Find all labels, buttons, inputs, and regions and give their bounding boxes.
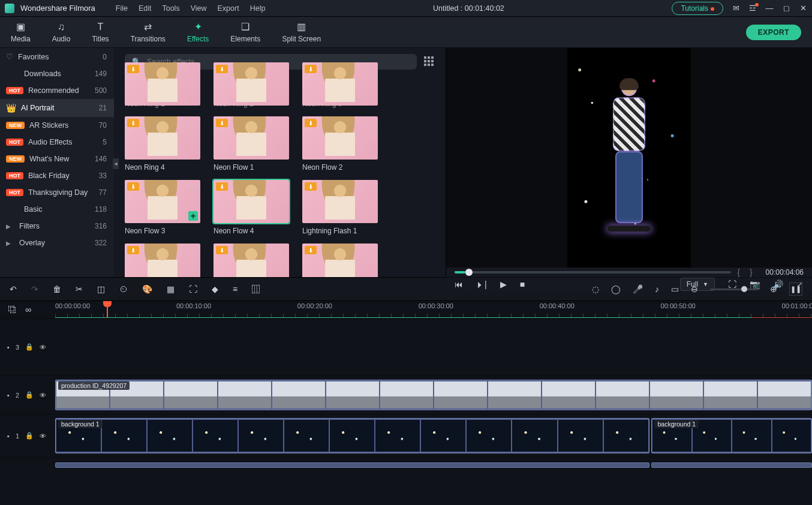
inbox-icon[interactable]: ✉	[732, 4, 740, 13]
effect-neon-ring-3[interactable]: ⬇Neon Ring 3	[302, 62, 378, 108]
delete-button[interactable]: 🗑	[53, 284, 61, 294]
effect-thumbnail[interactable]: ⬇	[302, 62, 378, 106]
lock-icon[interactable]: 🔒	[25, 391, 34, 399]
effect-thumbnail[interactable]: ⬇	[213, 116, 289, 160]
effect-thumbnail[interactable]: ⬇	[213, 62, 289, 106]
effect-neon-flow-1[interactable]: ⬇Neon Flow 1	[213, 116, 289, 172]
effect-neon-ring-1[interactable]: ⬇Neon Ring 1	[125, 62, 200, 108]
play-button[interactable]: ▶	[500, 279, 507, 289]
track-head-2[interactable]: ▪2🔒👁	[0, 375, 55, 414]
timeline-tracks[interactable]: production ID_4929207 ✦ background 1 bac…	[55, 318, 812, 505]
tab-audio[interactable]: ♫Audio	[52, 22, 71, 43]
frame-forward-button[interactable]: ⏵|	[476, 279, 487, 289]
copy-tracks-icon[interactable]: ⿻	[8, 305, 17, 314]
track-head-1[interactable]: ▪1🔒👁	[0, 414, 55, 457]
clip-production[interactable]: production ID_4929207 ✦	[55, 380, 812, 410]
lock-icon[interactable]: 🔒	[25, 343, 34, 351]
lock-icon[interactable]: 🔒	[25, 432, 34, 440]
menu-view[interactable]: View	[191, 4, 207, 13]
split-button[interactable]: ✂	[76, 284, 83, 294]
menu-help[interactable]: Help	[250, 4, 266, 13]
tasks-icon[interactable]: ☲	[748, 4, 757, 13]
voiceover-button[interactable]: 🎤	[633, 284, 643, 294]
sidebar-item-basic[interactable]: Basic118	[0, 201, 114, 218]
keyframe-button[interactable]: ◆	[212, 284, 218, 294]
zoom-slider[interactable]	[710, 288, 758, 290]
menu-edit[interactable]: Edit	[139, 4, 152, 13]
step-back-button[interactable]: ⏮	[455, 279, 463, 289]
effect-neon-ring-2[interactable]: ⬇Neon Ring 2	[213, 62, 289, 108]
stop-button[interactable]: ■	[520, 279, 525, 289]
sidebar-item-ar-stickers[interactable]: NEWAR Stickers70	[0, 117, 114, 134]
aspect-button[interactable]: ▭	[671, 284, 679, 294]
greenscreen-button[interactable]: ▦	[167, 284, 175, 294]
effects-grid[interactable]: ⬇Neon Ring 1⬇Neon Ring 2⬇Neon Ring 3⬇Neo…	[125, 62, 435, 277]
sidebar-collapse-handle[interactable]: ◄	[113, 158, 119, 169]
audio-clip-b[interactable]	[651, 462, 812, 468]
effect-neon-flow-3[interactable]: ⬇♡+Neon Flow 3	[125, 180, 200, 235]
sidebar-item-audio-effects[interactable]: HOTAudio Effects5	[0, 134, 114, 151]
effect-thumbnail[interactable]: ⬇	[302, 116, 378, 160]
audio-wave-button[interactable]: ⿲	[252, 284, 260, 294]
effect-thumbnail[interactable]: ⬇	[125, 62, 200, 106]
effect-thumbnail[interactable]: ⬇	[125, 244, 200, 277]
favorite-icon[interactable]: ♡	[190, 184, 197, 193]
eye-icon[interactable]: 👁	[40, 344, 46, 351]
menu-export[interactable]: Export	[218, 4, 239, 13]
preview-canvas[interactable]	[446, 48, 812, 267]
tab-media[interactable]: ▣Media	[11, 22, 31, 43]
effect-neon-ring-4[interactable]: ⬇Neon Ring 4	[125, 116, 200, 172]
mark-in-out-icon[interactable]: { }	[737, 267, 756, 277]
tab-elements[interactable]: ❏Elements	[230, 22, 260, 43]
sidebar-item-recommended[interactable]: HOTRecommended500	[0, 82, 114, 99]
effect-lightning-flash-3[interactable]: ⬇Lightning Flash 3	[213, 244, 289, 277]
undo-button[interactable]: ↶	[10, 284, 17, 294]
sidebar-item-overlay[interactable]: ▶Overlay322	[0, 235, 114, 251]
tab-split-screen[interactable]: ▥Split Screen	[282, 22, 321, 43]
tutorials-button[interactable]: Tutorials	[672, 2, 723, 15]
color-button[interactable]: 🎨	[142, 284, 152, 294]
playhead[interactable]	[107, 301, 108, 318]
render-pause-button[interactable]: ❚❚	[789, 282, 802, 296]
effect-lightning-flash-4[interactable]: ⬇Lightning Flash 4	[302, 244, 378, 277]
effect-thumbnail[interactable]: ⬇	[125, 116, 200, 160]
link-tracks-icon[interactable]: ∞	[25, 305, 31, 314]
audio-mixer-button[interactable]: ♪	[655, 284, 659, 294]
redo-button[interactable]: ↷	[31, 284, 38, 294]
menu-file[interactable]: File	[116, 4, 128, 13]
effect-thumbnail[interactable]: ⬇	[302, 180, 378, 223]
effect-neon-flow-4[interactable]: ⬇Neon Flow 4	[213, 180, 289, 235]
sidebar-item-favorites[interactable]: ♡Favorites0	[0, 48, 114, 65]
add-effect-button[interactable]: +	[188, 211, 198, 221]
timeline-ruler[interactable]: 00:00:00:0000:00:10:0000:00:20:0000:00:3…	[55, 301, 812, 318]
effect-neon-flow-2[interactable]: ⬇Neon Flow 2	[302, 116, 378, 172]
seek-bar[interactable]	[455, 271, 731, 273]
track-head-audio[interactable]	[0, 457, 55, 473]
window-close-icon[interactable]: ✕	[799, 4, 807, 13]
effect-thumbnail[interactable]: ⬇	[302, 244, 378, 277]
crop-button[interactable]: ◫	[97, 284, 105, 294]
sidebar-item-what-s-new[interactable]: NEWWhat's New146	[0, 151, 114, 167]
track-head-3[interactable]: ▪3🔒👁	[0, 318, 55, 375]
clip-background-1a[interactable]: background 1	[55, 418, 649, 453]
window-minimize-icon[interactable]: ―	[765, 4, 774, 13]
tab-effects[interactable]: ✦Effects	[187, 22, 209, 43]
tab-titles[interactable]: TTitles	[92, 22, 109, 43]
render-button[interactable]: ◌	[592, 284, 599, 294]
zoom-in-button[interactable]: ⊕	[770, 284, 777, 294]
sidebar-item-downloads[interactable]: Downloads149	[0, 65, 114, 82]
export-button[interactable]: EXPORT	[746, 25, 801, 40]
sidebar-item-black-friday[interactable]: HOTBlack Friday33	[0, 167, 114, 184]
effect-thumbnail[interactable]: ⬇	[213, 180, 289, 223]
effects-category-sidebar[interactable]: ♡Favorites0Downloads149HOTRecommended500…	[0, 48, 114, 277]
effect-lightning-flash-1[interactable]: ⬇Lightning Flash 1	[302, 180, 378, 235]
effect-thumbnail[interactable]: ⬇♡+	[125, 180, 200, 223]
tab-transitions[interactable]: ⇄Transitions	[131, 22, 166, 43]
clip-background-1b[interactable]: background 1	[651, 418, 812, 453]
eye-icon[interactable]: 👁	[40, 432, 46, 440]
audio-clip-a[interactable]	[55, 462, 649, 468]
sidebar-item-filters[interactable]: ▶Filters316	[0, 218, 114, 235]
effect-lightning-flash-2[interactable]: ⬇Lightning Flash 2	[125, 244, 200, 277]
speed-button[interactable]: ⏲	[119, 284, 128, 294]
motion-button[interactable]: ⛶	[189, 284, 197, 294]
